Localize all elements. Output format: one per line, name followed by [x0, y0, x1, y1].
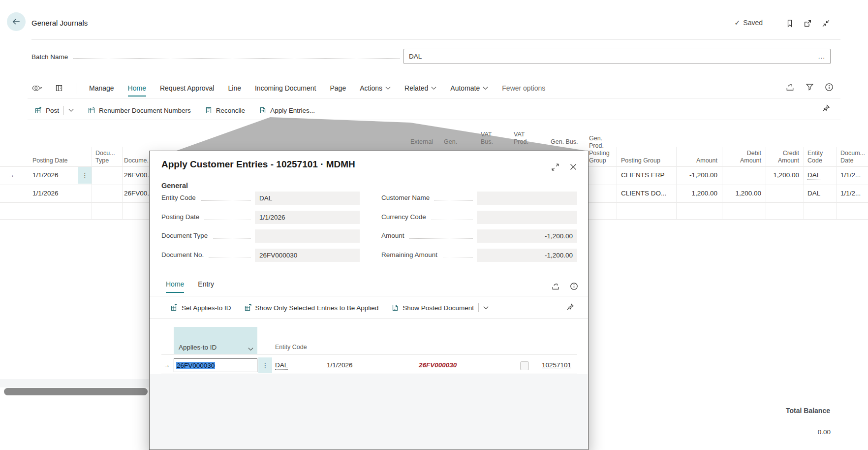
open-in-new-window-icon[interactable]	[802, 18, 813, 29]
cell-posting_group[interactable]: CLIENTS DO...	[621, 185, 670, 202]
column-header-amount[interactable]: Amount	[676, 157, 717, 164]
cell-posting_date[interactable]: 1/1/2026	[32, 166, 77, 184]
post-label: Post	[46, 107, 59, 114]
renumber-document-numbers-button[interactable]: Renumber Document Numbers	[88, 106, 191, 114]
reconcile-button[interactable]: Reconcile	[205, 106, 245, 114]
menu-label: Fewer options	[502, 84, 545, 92]
ribbon-separator	[76, 83, 76, 94]
total-balance-label: Total Balance	[786, 407, 830, 415]
applies-to-id-input[interactable]: 26FV000030	[174, 358, 257, 372]
cell-posting_date[interactable]: 1/1/2026	[32, 185, 77, 202]
menu-actions[interactable]: Actions	[360, 84, 391, 92]
applies-to-id-column-header[interactable]: Applies-to ID	[174, 327, 257, 354]
cell-doc_date[interactable]: 1/1/2...	[840, 166, 868, 184]
apply-entries-button[interactable]: Apply Entries...	[259, 106, 315, 114]
menu-line[interactable]: Line	[228, 84, 241, 92]
share-icon[interactable]	[785, 83, 795, 92]
apply-entries-icon	[259, 106, 267, 114]
column-header-posting_group[interactable]: Posting Group	[621, 157, 670, 164]
ribbon-divider	[28, 98, 840, 98]
column-header-doc_type[interactable]: Docu...Type	[95, 150, 121, 164]
menu-incoming-document[interactable]: Incoming Document	[255, 84, 316, 92]
cell-amount[interactable]: -1,200.00	[676, 166, 717, 184]
chevron-down-icon[interactable]	[248, 347, 253, 351]
column-header-gen_bus[interactable]: Gen. Bus.	[551, 138, 581, 146]
row-more-options[interactable]: ⋮	[78, 167, 92, 184]
cell-document-no[interactable]: 26FV000030	[419, 357, 457, 374]
menu-label: Automate	[450, 84, 480, 92]
applies-to-id-header-label: Applies-to ID	[179, 344, 217, 351]
chevron-down-icon	[483, 86, 488, 90]
menu-fewer-options[interactable]: Fewer options	[502, 84, 545, 92]
cell-credit[interactable]: 1,200.00	[766, 166, 799, 184]
cell-doc_date[interactable]: 1/1/2...	[840, 185, 868, 202]
grid-column-border	[804, 147, 804, 219]
focus-mode-icon[interactable]	[55, 84, 63, 92]
cell-debit[interactable]: 1,200.00	[722, 185, 761, 202]
check-icon: ✓	[735, 19, 741, 27]
cell-entity[interactable]: DAL	[807, 166, 835, 184]
chevron-down-icon[interactable]	[68, 108, 74, 112]
ribbon-right-icons	[785, 83, 834, 92]
menu-manage[interactable]: Manage	[89, 84, 114, 92]
saved-views-icon[interactable]	[31, 84, 42, 92]
column-header-credit[interactable]: CreditAmount	[766, 150, 799, 164]
menu-label: Incoming Document	[255, 84, 316, 92]
cell-customer-no[interactable]: 10257101	[542, 357, 571, 374]
cell-amount[interactable]: 1,200.00	[676, 185, 717, 202]
grid-column-border	[837, 147, 837, 219]
menu-label: Manage	[89, 84, 114, 92]
grid-column-border	[92, 147, 92, 219]
post-button[interactable]: Post	[34, 106, 74, 115]
cell-posting-date[interactable]: 1/1/2026	[327, 357, 353, 374]
batch-name-value: DAL	[409, 53, 422, 60]
menu-label: Page	[330, 84, 346, 92]
column-header-vat_prod[interactable]: VATProd.	[514, 131, 538, 146]
batch-name-input[interactable]: DAL ...	[403, 49, 831, 64]
dialog-column-header-entity[interactable]: Entity Code	[275, 344, 307, 351]
cell-entity-code[interactable]: DAL	[275, 357, 288, 374]
column-header-vat_bus[interactable]: VATBus.	[481, 131, 503, 146]
column-header-doc_date[interactable]: Docum...Date	[840, 150, 868, 164]
batch-name-leader	[73, 52, 400, 59]
batch-name-label: Batch Name	[31, 53, 68, 61]
action-bar: Post Renumber Document Numbers Reconcile…	[34, 101, 315, 119]
pin-icon[interactable]	[820, 102, 831, 113]
scrollbar-thumb[interactable]	[4, 388, 148, 395]
menu-request-approval[interactable]: Request Approval	[160, 84, 215, 92]
column-header-posting_date[interactable]: Posting Date	[32, 157, 77, 164]
header-divider	[31, 39, 840, 40]
back-button[interactable]	[7, 12, 26, 31]
bookmark-icon[interactable]	[784, 18, 795, 29]
menu-automate[interactable]: Automate	[450, 84, 488, 92]
applies-to-id-selected-text: 26FV000030	[176, 362, 215, 369]
menu-label: Home	[128, 84, 146, 92]
menu-page[interactable]: Page	[330, 84, 346, 92]
collapse-icon[interactable]	[820, 18, 831, 29]
menu-home[interactable]: Home	[128, 84, 146, 92]
grid-column-border	[722, 147, 722, 219]
menu-label: Actions	[360, 84, 382, 92]
info-icon[interactable]	[825, 83, 834, 92]
column-header-gen_prod[interactable]: Gen.Prod.PostingGroup	[589, 135, 615, 164]
grid-column-border	[617, 147, 617, 219]
menu-related[interactable]: Related	[404, 84, 436, 92]
column-header-external[interactable]: External	[410, 138, 441, 146]
cell-posting_group[interactable]: CLIENTS ERP	[621, 166, 670, 184]
reconcile-label: Reconcile	[216, 107, 245, 114]
filter-icon[interactable]	[806, 83, 814, 92]
save-status-label: Saved	[743, 19, 763, 27]
row-more-options[interactable]: ⋮	[258, 357, 272, 373]
reconcile-icon	[205, 106, 213, 114]
apply-entries-label: Apply Entries...	[270, 107, 315, 114]
cell-entity[interactable]: DAL	[807, 185, 835, 202]
column-header-gen[interactable]: Gen.	[444, 138, 465, 146]
assist-edit-button[interactable]: ...	[818, 53, 825, 60]
menu-label: Request Approval	[160, 84, 215, 92]
scrollbar-track[interactable]	[0, 379, 149, 387]
cell-preselected-checkbox[interactable]	[520, 361, 529, 370]
column-header-debit[interactable]: DebitAmount	[722, 150, 761, 164]
row-select-arrow: →	[8, 166, 15, 184]
row-select-arrow: →	[163, 357, 170, 374]
column-header-entity[interactable]: EntityCode	[807, 150, 835, 164]
